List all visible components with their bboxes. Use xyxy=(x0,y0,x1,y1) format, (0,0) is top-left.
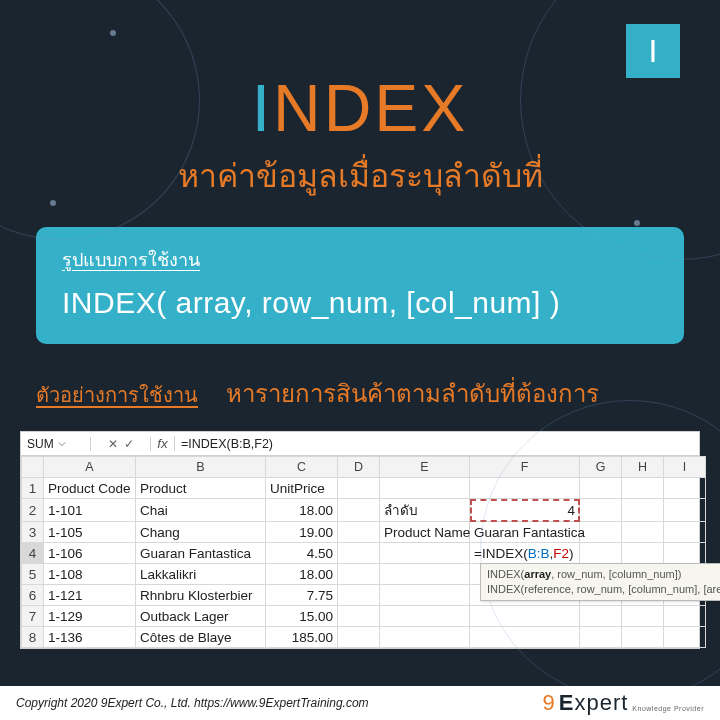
formula-fn: =INDEX( xyxy=(474,546,528,561)
cell[interactable]: 1-108 xyxy=(44,564,136,585)
cell[interactable]: UnitPrice xyxy=(266,478,338,499)
logo-expert: Expert xyxy=(559,690,629,716)
cell[interactable] xyxy=(338,627,380,648)
fx-icon[interactable]: fx xyxy=(151,436,175,451)
cell[interactable]: 1-136 xyxy=(44,627,136,648)
title-first-letter: I xyxy=(252,71,273,145)
name-box[interactable]: SUM xyxy=(21,437,91,451)
cell[interactable]: 1-121 xyxy=(44,585,136,606)
col-header[interactable]: A xyxy=(44,457,136,478)
cell[interactable]: Product xyxy=(136,478,266,499)
copyright-text: Copyright 2020 9Expert Co., Ltd. https:/… xyxy=(16,696,369,710)
cell[interactable] xyxy=(380,585,470,606)
letter-badge: I xyxy=(626,24,680,78)
cell[interactable]: 15.00 xyxy=(266,606,338,627)
title-rest: NDEX xyxy=(273,71,468,145)
row-header[interactable]: 4 xyxy=(22,543,44,564)
col-header[interactable]: C xyxy=(266,457,338,478)
row-header[interactable]: 5 xyxy=(22,564,44,585)
example-text: หารายการสินค้าตามลำดับที่ต้องการ xyxy=(226,374,599,413)
cell[interactable]: 7.75 xyxy=(266,585,338,606)
cell[interactable] xyxy=(380,564,470,585)
cell[interactable]: 185.00 xyxy=(266,627,338,648)
syntax-label: รูปแบบการใช้งาน xyxy=(62,245,658,274)
cell[interactable] xyxy=(338,564,380,585)
row-header[interactable]: 7 xyxy=(22,606,44,627)
function-tooltip: INDEX(array, row_num, [column_num]) INDE… xyxy=(480,563,720,601)
row-header[interactable]: 3 xyxy=(22,522,44,543)
cell[interactable]: Product Code xyxy=(44,478,136,499)
decorative-dot xyxy=(50,200,56,206)
row-header[interactable]: 2 xyxy=(22,499,44,522)
logo-e: E xyxy=(559,690,575,715)
cell[interactable]: 1-106 xyxy=(44,543,136,564)
cell[interactable]: Lakkalikri xyxy=(136,564,266,585)
cell[interactable] xyxy=(338,585,380,606)
cell[interactable] xyxy=(380,543,470,564)
cell[interactable]: Guaran Fantastica xyxy=(136,543,266,564)
cell[interactable]: Chang xyxy=(136,522,266,543)
formula-text: =INDEX(B:B,F2) xyxy=(474,546,573,561)
cell[interactable] xyxy=(338,543,380,564)
cancel-icon[interactable]: ✕ xyxy=(108,437,118,451)
col-header[interactable]: B xyxy=(136,457,266,478)
syntax-text: INDEX( array, row_num, [col_num] ) xyxy=(62,286,658,320)
cell[interactable] xyxy=(338,606,380,627)
tooltip-text: , row_num, [column_num]) xyxy=(551,568,681,580)
row-header[interactable]: 8 xyxy=(22,627,44,648)
cell[interactable]: 1-105 xyxy=(44,522,136,543)
tooltip-text: INDEX( xyxy=(487,568,524,580)
tooltip-bold: array xyxy=(524,568,551,580)
chevron-down-icon xyxy=(58,440,66,448)
cell[interactable]: Rhnbru Klosterbier xyxy=(136,585,266,606)
cell[interactable] xyxy=(338,522,380,543)
cell[interactable] xyxy=(338,499,380,522)
logo: 9Expert Knowledge Provider xyxy=(542,690,704,716)
syntax-box: รูปแบบการใช้งาน INDEX( array, row_num, [… xyxy=(36,227,684,344)
cell[interactable]: Côtes de Blaye xyxy=(136,627,266,648)
decorative-dot xyxy=(110,30,116,36)
logo-xpert: xpert xyxy=(574,690,628,715)
cell[interactable]: 19.00 xyxy=(266,522,338,543)
decorative-orbit xyxy=(520,0,720,260)
cell[interactable]: Outback Lager xyxy=(136,606,266,627)
formula-close: ) xyxy=(569,546,574,561)
cell[interactable]: Chai xyxy=(136,499,266,522)
formula-arg: B:B xyxy=(528,546,550,561)
cell[interactable]: 18.00 xyxy=(266,499,338,522)
cell[interactable]: 18.00 xyxy=(266,564,338,585)
col-header[interactable]: E xyxy=(380,457,470,478)
row-header[interactable]: 1 xyxy=(22,478,44,499)
cell[interactable]: 1-129 xyxy=(44,606,136,627)
cell-editing[interactable]: =INDEX(B:B,F2) INDEX(array, row_num, [co… xyxy=(470,543,580,564)
logo-tagline: Knowledge Provider xyxy=(632,705,704,712)
cell[interactable]: 1-101 xyxy=(44,499,136,522)
col-header[interactable]: D xyxy=(338,457,380,478)
cell[interactable] xyxy=(380,627,470,648)
formula-arg: F2 xyxy=(553,546,569,561)
example-label: ตัวอย่างการใช้งาน xyxy=(36,379,198,411)
select-all-cell[interactable] xyxy=(22,457,44,478)
cell[interactable] xyxy=(380,478,470,499)
cell[interactable] xyxy=(338,478,380,499)
row-header[interactable]: 6 xyxy=(22,585,44,606)
cell[interactable]: ลำดับ xyxy=(380,499,470,522)
enter-icon[interactable]: ✓ xyxy=(124,437,134,451)
tooltip-text: INDEX(reference, row_num, [column_num], … xyxy=(487,582,720,597)
cell[interactable]: Product Name xyxy=(380,522,470,543)
name-box-text: SUM xyxy=(27,437,54,451)
cell[interactable] xyxy=(380,606,470,627)
decorative-dot xyxy=(634,220,640,226)
footer: Copyright 2020 9Expert Co., Ltd. https:/… xyxy=(0,686,720,720)
cell[interactable]: 4.50 xyxy=(266,543,338,564)
logo-nine: 9 xyxy=(542,690,554,716)
formula-bar-controls: ✕ ✓ xyxy=(91,437,151,451)
